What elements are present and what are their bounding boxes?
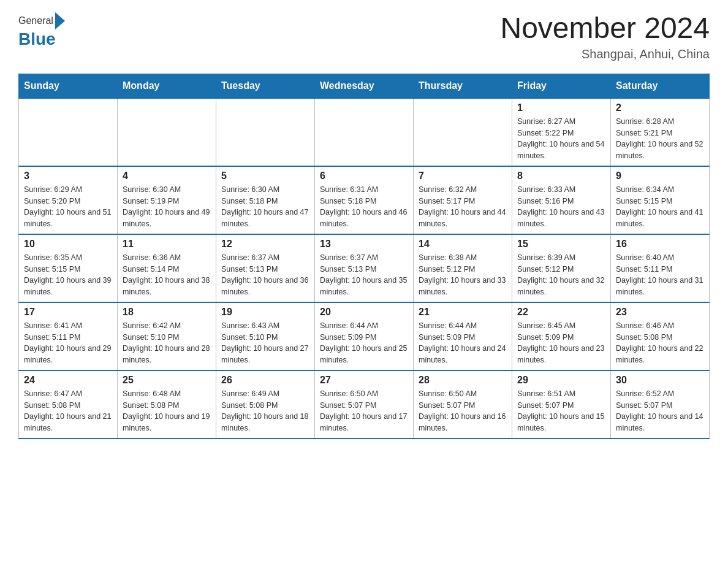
calendar-table: SundayMondayTuesdayWednesdayThursdayFrid… xyxy=(18,74,710,439)
calendar-week-row: 10Sunrise: 6:35 AM Sunset: 5:15 PM Dayli… xyxy=(19,234,710,302)
calendar-cell: 12Sunrise: 6:37 AM Sunset: 5:13 PM Dayli… xyxy=(216,234,315,302)
day-info: Sunrise: 6:48 AM Sunset: 5:08 PM Dayligh… xyxy=(123,388,211,434)
day-info: Sunrise: 6:50 AM Sunset: 5:07 PM Dayligh… xyxy=(419,388,507,434)
day-info: Sunrise: 6:36 AM Sunset: 5:14 PM Dayligh… xyxy=(123,252,211,298)
logo-blue-text: Blue xyxy=(18,29,56,48)
calendar-cell: 22Sunrise: 6:45 AM Sunset: 5:09 PM Dayli… xyxy=(512,302,611,370)
calendar-cell xyxy=(19,98,118,166)
day-info: Sunrise: 6:37 AM Sunset: 5:13 PM Dayligh… xyxy=(320,252,408,298)
calendar-cell: 20Sunrise: 6:44 AM Sunset: 5:09 PM Dayli… xyxy=(315,302,414,370)
calendar-cell: 8Sunrise: 6:33 AM Sunset: 5:16 PM Daylig… xyxy=(512,166,611,234)
calendar-cell: 19Sunrise: 6:43 AM Sunset: 5:10 PM Dayli… xyxy=(216,302,315,370)
day-info: Sunrise: 6:49 AM Sunset: 5:08 PM Dayligh… xyxy=(221,388,309,434)
page-header: General Blue November 2024 Shangpai, Anh… xyxy=(18,12,710,61)
calendar-week-row: 17Sunrise: 6:41 AM Sunset: 5:11 PM Dayli… xyxy=(19,302,710,370)
day-number: 20 xyxy=(320,307,408,318)
day-info: Sunrise: 6:41 AM Sunset: 5:11 PM Dayligh… xyxy=(24,320,112,366)
day-info: Sunrise: 6:43 AM Sunset: 5:10 PM Dayligh… xyxy=(221,320,309,366)
calendar-cell: 29Sunrise: 6:51 AM Sunset: 5:07 PM Dayli… xyxy=(512,370,611,439)
day-info: Sunrise: 6:40 AM Sunset: 5:11 PM Dayligh… xyxy=(616,252,704,298)
day-info: Sunrise: 6:30 AM Sunset: 5:18 PM Dayligh… xyxy=(221,184,309,230)
day-info: Sunrise: 6:37 AM Sunset: 5:13 PM Dayligh… xyxy=(221,252,309,298)
day-number: 22 xyxy=(517,307,605,318)
day-number: 8 xyxy=(517,170,605,182)
day-info: Sunrise: 6:52 AM Sunset: 5:07 PM Dayligh… xyxy=(616,388,704,434)
calendar-week-row: 1Sunrise: 6:27 AM Sunset: 5:22 PM Daylig… xyxy=(19,98,710,166)
calendar-cell: 11Sunrise: 6:36 AM Sunset: 5:14 PM Dayli… xyxy=(118,234,216,302)
day-info: Sunrise: 6:51 AM Sunset: 5:07 PM Dayligh… xyxy=(517,388,605,434)
day-info: Sunrise: 6:35 AM Sunset: 5:15 PM Dayligh… xyxy=(24,252,112,298)
day-info: Sunrise: 6:27 AM Sunset: 5:22 PM Dayligh… xyxy=(517,116,605,162)
day-number: 1 xyxy=(517,102,605,113)
calendar-cell: 27Sunrise: 6:50 AM Sunset: 5:07 PM Dayli… xyxy=(315,370,414,439)
day-number: 12 xyxy=(221,239,309,250)
weekday-header-friday: Friday xyxy=(512,74,611,98)
calendar-cell: 14Sunrise: 6:38 AM Sunset: 5:12 PM Dayli… xyxy=(414,234,512,302)
calendar-cell: 15Sunrise: 6:39 AM Sunset: 5:12 PM Dayli… xyxy=(512,234,611,302)
title-section: November 2024 Shangpai, Anhui, China xyxy=(500,12,710,61)
day-number: 17 xyxy=(24,307,112,318)
calendar-cell: 24Sunrise: 6:47 AM Sunset: 5:08 PM Dayli… xyxy=(19,370,118,439)
day-number: 24 xyxy=(24,375,112,386)
calendar-cell: 18Sunrise: 6:42 AM Sunset: 5:10 PM Dayli… xyxy=(118,302,216,370)
day-info: Sunrise: 6:34 AM Sunset: 5:15 PM Dayligh… xyxy=(616,184,704,230)
logo: General Blue xyxy=(18,12,65,49)
day-number: 18 xyxy=(123,307,211,318)
logo-general-text: General xyxy=(18,15,53,26)
day-info: Sunrise: 6:46 AM Sunset: 5:08 PM Dayligh… xyxy=(616,320,704,366)
weekday-header-monday: Monday xyxy=(118,74,216,98)
day-info: Sunrise: 6:47 AM Sunset: 5:08 PM Dayligh… xyxy=(24,388,112,434)
weekday-header-tuesday: Tuesday xyxy=(216,74,315,98)
day-number: 25 xyxy=(123,375,211,386)
day-number: 13 xyxy=(320,239,408,250)
calendar-week-row: 24Sunrise: 6:47 AM Sunset: 5:08 PM Dayli… xyxy=(19,370,710,439)
calendar-cell: 23Sunrise: 6:46 AM Sunset: 5:08 PM Dayli… xyxy=(611,302,710,370)
day-info: Sunrise: 6:32 AM Sunset: 5:17 PM Dayligh… xyxy=(419,184,507,230)
day-number: 10 xyxy=(24,239,112,250)
weekday-header-thursday: Thursday xyxy=(414,74,512,98)
day-number: 11 xyxy=(123,239,211,250)
day-info: Sunrise: 6:29 AM Sunset: 5:20 PM Dayligh… xyxy=(24,184,112,230)
day-info: Sunrise: 6:38 AM Sunset: 5:12 PM Dayligh… xyxy=(419,252,507,298)
weekday-header-saturday: Saturday xyxy=(611,74,710,98)
day-info: Sunrise: 6:28 AM Sunset: 5:21 PM Dayligh… xyxy=(616,116,704,162)
day-number: 15 xyxy=(517,239,605,250)
calendar-cell: 6Sunrise: 6:31 AM Sunset: 5:18 PM Daylig… xyxy=(315,166,414,234)
weekday-header-row: SundayMondayTuesdayWednesdayThursdayFrid… xyxy=(19,74,710,98)
calendar-cell: 3Sunrise: 6:29 AM Sunset: 5:20 PM Daylig… xyxy=(19,166,118,234)
day-number: 21 xyxy=(419,307,507,318)
day-info: Sunrise: 6:33 AM Sunset: 5:16 PM Dayligh… xyxy=(517,184,605,230)
weekday-header-sunday: Sunday xyxy=(19,74,118,98)
day-number: 2 xyxy=(616,102,704,113)
calendar-cell: 2Sunrise: 6:28 AM Sunset: 5:21 PM Daylig… xyxy=(611,98,710,166)
day-info: Sunrise: 6:42 AM Sunset: 5:10 PM Dayligh… xyxy=(123,320,211,366)
day-number: 28 xyxy=(419,375,507,386)
calendar-cell: 28Sunrise: 6:50 AM Sunset: 5:07 PM Dayli… xyxy=(414,370,512,439)
day-number: 4 xyxy=(123,170,211,182)
day-number: 14 xyxy=(419,239,507,250)
day-number: 23 xyxy=(616,307,704,318)
calendar-cell xyxy=(414,98,512,166)
day-info: Sunrise: 6:39 AM Sunset: 5:12 PM Dayligh… xyxy=(517,252,605,298)
logo-arrow-icon xyxy=(55,12,65,29)
day-number: 16 xyxy=(616,239,704,250)
month-title: November 2024 xyxy=(500,12,710,45)
location: Shangpai, Anhui, China xyxy=(500,47,710,61)
day-number: 27 xyxy=(320,375,408,386)
calendar-cell xyxy=(315,98,414,166)
day-info: Sunrise: 6:31 AM Sunset: 5:18 PM Dayligh… xyxy=(320,184,408,230)
weekday-header-wednesday: Wednesday xyxy=(315,74,414,98)
calendar-cell xyxy=(118,98,216,166)
calendar-cell: 7Sunrise: 6:32 AM Sunset: 5:17 PM Daylig… xyxy=(414,166,512,234)
day-number: 30 xyxy=(616,375,704,386)
day-info: Sunrise: 6:30 AM Sunset: 5:19 PM Dayligh… xyxy=(123,184,211,230)
calendar-cell: 13Sunrise: 6:37 AM Sunset: 5:13 PM Dayli… xyxy=(315,234,414,302)
calendar-cell: 26Sunrise: 6:49 AM Sunset: 5:08 PM Dayli… xyxy=(216,370,315,439)
calendar-cell: 9Sunrise: 6:34 AM Sunset: 5:15 PM Daylig… xyxy=(611,166,710,234)
day-info: Sunrise: 6:50 AM Sunset: 5:07 PM Dayligh… xyxy=(320,388,408,434)
calendar-week-row: 3Sunrise: 6:29 AM Sunset: 5:20 PM Daylig… xyxy=(19,166,710,234)
day-number: 19 xyxy=(221,307,309,318)
day-number: 7 xyxy=(419,170,507,182)
day-number: 3 xyxy=(24,170,112,182)
calendar-cell: 21Sunrise: 6:44 AM Sunset: 5:09 PM Dayli… xyxy=(414,302,512,370)
